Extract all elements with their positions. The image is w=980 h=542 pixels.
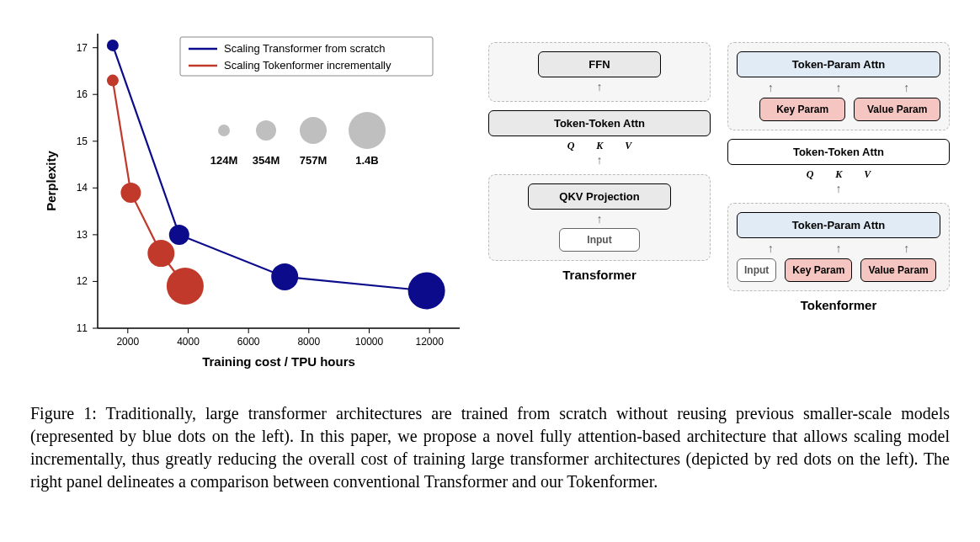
y-axis-label: Perplexity [44,150,58,210]
token-token-attn-box: Token-Token Attn [488,110,711,136]
tokenformer-bottom-group: Token-Param Attn ↑↑↑ Input Key Param Val… [727,203,950,291]
svg-text:1.4B: 1.4B [355,154,378,167]
svg-text:124M: 124M [210,154,238,167]
size-legend: 124M 354M 757M 1.4B [210,112,386,167]
y-axis: 11 12 13 14 15 16 17 Perplexity [44,34,98,334]
series-tokenformer-point [107,75,119,87]
figure-caption: Figure 1: Traditionally, large transform… [30,402,950,493]
input-box: Input [737,258,776,282]
svg-point-32 [256,120,276,141]
svg-text:4000: 4000 [177,336,200,348]
diagram-transformer: FFN ↑ Token-Token Attn QKV ↑ QKV Project… [488,42,711,387]
input-box: Input [559,228,641,252]
series-transformer-point [408,273,445,310]
svg-point-33 [300,117,327,144]
transformer-input-group: QKV Projection ↑ Input [488,174,711,261]
qkv-labels: QKV [807,168,871,181]
diagram-label-tokenformer: Tokenformer [801,298,877,312]
svg-text:11: 11 [77,322,88,334]
qkv-labels: QKV [567,140,632,152]
token-param-attn-box: Token-Param Attn [737,212,940,238]
arrow-up-icon: ↑ [872,81,940,94]
arrow-up-icon: ↑ [836,183,842,194]
series-tokenformer-point [167,268,204,305]
svg-text:757M: 757M [300,154,328,167]
tokenformer-top-group: Token-Param Attn ↑↑↑ Key Param Value Par… [727,42,950,130]
arrow-up-icon: ↑ [872,242,940,255]
diagram-label-transformer: Transformer [562,268,636,282]
key-param-box: Key Param [759,98,846,121]
chart-svg: 11 12 13 14 15 16 17 Perplexity 2000 400… [30,17,477,387]
transformer-attn-group: Token-Token Attn QKV ↑ [488,102,711,174]
tokenformer-attn-group: Token-Token Attn QKV ↑ [727,130,950,203]
ffn-box: FFN [538,51,660,77]
diagram-tokenformer: Token-Param Attn ↑↑↑ Key Param Value Par… [727,42,950,387]
arrow-up-icon: ↑ [597,213,603,225]
arrow-up-icon: ↑ [805,81,873,94]
svg-text:14: 14 [77,182,88,194]
arrow-up-icon: ↑ [597,154,603,166]
token-param-attn-box: Token-Param Attn [737,51,940,77]
svg-text:13: 13 [77,229,88,241]
value-param-box: Value Param [854,98,940,121]
series-transformer-point [271,263,298,290]
transformer-ffn-group: FFN ↑ [488,42,711,102]
svg-text:354M: 354M [253,154,280,167]
legend-entry-tokenformer: Scaling Tokenformer incrementally [224,59,391,72]
svg-text:12: 12 [77,275,88,287]
x-axis-label: Training cost / TPU hours [202,354,355,369]
svg-text:16: 16 [77,88,88,100]
svg-point-31 [218,125,230,136]
arrow-up-icon: ↑ [805,242,873,255]
legend: Scaling Transformer from scratch Scaling… [180,37,433,76]
scaling-chart: 11 12 13 14 15 16 17 Perplexity 2000 400… [30,17,477,387]
svg-text:17: 17 [77,42,88,54]
series-transformer-point [107,40,119,51]
svg-text:12000: 12000 [416,336,445,348]
svg-text:8000: 8000 [297,336,320,348]
svg-text:2000: 2000 [116,336,139,348]
svg-text:10000: 10000 [355,336,384,348]
series-tokenformer-point [147,240,174,267]
x-axis: 2000 4000 6000 8000 10000 12000 Training… [98,328,460,369]
svg-text:6000: 6000 [237,336,260,348]
value-param-box: Value Param [860,258,935,282]
key-param-box: Key Param [785,258,852,282]
svg-point-34 [349,112,386,149]
arrow-up-icon: ↑ [737,242,805,255]
series-tokenformer-point [120,183,141,203]
arrow-up-icon: ↑ [737,81,805,94]
arrow-up-icon: ↑ [597,81,603,93]
svg-text:15: 15 [77,136,88,147]
token-token-attn-box: Token-Token Attn [727,139,950,165]
qkv-projection-box: QKV Projection [528,183,670,210]
series-transformer-point [169,225,189,245]
legend-entry-transformer: Scaling Transformer from scratch [224,42,385,55]
